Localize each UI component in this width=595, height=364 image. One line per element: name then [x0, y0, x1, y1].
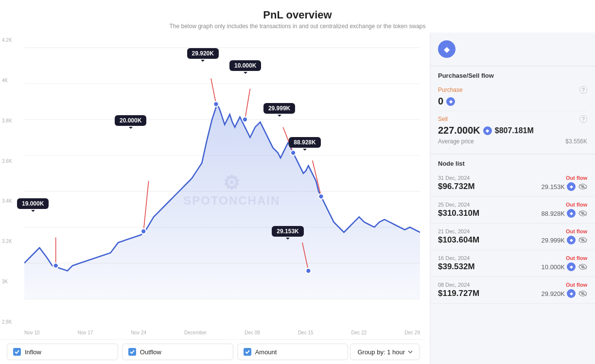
- node-item: 31 Dec, 2024 Out flow $96.732M 29.153K ◆: [430, 170, 595, 197]
- out-flow-badge: Out flow: [566, 282, 587, 288]
- node-amount-row: $103.604M 29.999K ◆: [438, 235, 587, 245]
- group-by-label: Group by: 1 hour: [357, 348, 405, 356]
- chart-wrapper: 4.2K 4K 3.8K 3.6K 3.4K 3.2K 3K 2.8K: [0, 33, 425, 339]
- y-axis: 4.2K 4K 3.8K 3.6K 3.4K 3.2K 3K 2.8K: [2, 37, 12, 325]
- node-amount-row: $119.727M 29.920K ◆: [438, 289, 587, 298]
- eye-icon[interactable]: [578, 236, 587, 244]
- svg-line-10: [211, 78, 216, 104]
- node-eth-amount: 29.920K ◆: [542, 289, 576, 298]
- y-label-7: 3K: [2, 279, 12, 284]
- svg-point-15: [53, 263, 58, 268]
- chart-svg: [24, 37, 420, 325]
- outflow-label: Outflow: [140, 348, 161, 356]
- eye-icon[interactable]: [578, 262, 587, 271]
- y-label-2: 4K: [2, 78, 12, 83]
- x-label-6: Dec 15: [298, 330, 314, 335]
- x-label-4: December: [184, 330, 207, 335]
- outflow-checkbox[interactable]: [128, 348, 136, 356]
- eye-icon[interactable]: [578, 182, 587, 191]
- node-item: 25 Dec, 2024 Out flow $310.310M 88.928K …: [430, 197, 595, 224]
- eye-icon[interactable]: [578, 289, 587, 298]
- out-flow-badge: Out flow: [566, 255, 587, 261]
- node-amount-row: $310.310M 88.928K ◆: [438, 208, 587, 218]
- y-label-1: 4.2K: [2, 37, 12, 43]
- x-axis: Nov 10 Nov 17 Nov 24 December Dec 08 Dec…: [24, 330, 420, 335]
- node-item: 21 Dec, 2024 Out flow $103.604M 29.999K …: [430, 224, 595, 250]
- legend-inflow[interactable]: Inflow: [7, 344, 118, 360]
- svg-point-19: [291, 150, 296, 156]
- y-label-4: 3.6K: [2, 158, 12, 164]
- main-content: 4.2K 4K 3.8K 3.6K 3.4K 3.2K 3K 2.8K: [0, 33, 595, 364]
- legend-outflow[interactable]: Outflow: [122, 344, 233, 360]
- node-item: 08 Dec, 2024 Out flow $119.727M 29.920K …: [430, 277, 595, 304]
- node-date: 31 Dec, 2024 Out flow: [438, 175, 587, 181]
- page-header: PnL overview The below graph only includ…: [0, 0, 595, 33]
- node-eth-badge: ◆: [567, 182, 576, 191]
- purchase-value: 0 ◆: [438, 96, 587, 107]
- svg-point-16: [141, 229, 146, 234]
- chevron-down-icon: [408, 350, 413, 353]
- eye-icon[interactable]: [578, 209, 587, 218]
- node-usd: $39.532M: [438, 262, 475, 272]
- node-list: 31 Dec, 2024 Out flow $96.732M 29.153K ◆: [430, 170, 595, 304]
- purchase-eth-badge: ◆: [446, 97, 455, 106]
- svg-line-11: [245, 89, 250, 120]
- purchase-label: Purchase ?: [438, 86, 587, 94]
- sell-usd: $807.181M: [495, 126, 534, 135]
- chart-area: 4.2K 4K 3.8K 3.6K 3.4K 3.2K 3K 2.8K: [0, 33, 430, 364]
- sell-value: 227.000K ◆ $807.181M: [438, 125, 587, 136]
- avg-price-row: Average price $3.556K: [438, 138, 587, 145]
- page-title: PnL overview: [0, 9, 595, 21]
- node-item: 16 Dec, 2024 Out flow $39.532M 10.000K ◆: [430, 250, 595, 277]
- sidebar-top: ◆: [430, 33, 595, 66]
- inflow-checkbox[interactable]: [13, 348, 21, 356]
- svg-point-17: [213, 102, 218, 107]
- node-eth-badge: ◆: [567, 289, 576, 298]
- x-label-7: Dec 22: [351, 330, 367, 335]
- inflow-label: Inflow: [25, 348, 41, 356]
- svg-line-9: [143, 181, 148, 231]
- sidebar: ◆ Purchase/Sell flow Purchase ? 0 ◆: [430, 33, 595, 364]
- sell-row: Sell ? 227.000K ◆ $807.181M Average pric…: [438, 111, 587, 149]
- x-label-1: Nov 10: [24, 330, 40, 335]
- sell-label: Sell ?: [438, 115, 587, 123]
- sell-eth-badge: ◆: [483, 126, 492, 135]
- node-list-title: Node list: [430, 154, 595, 170]
- y-label-6: 3.2K: [2, 239, 12, 244]
- node-eth-amount: 10.000K ◆: [542, 262, 576, 271]
- node-date: 21 Dec, 2024 Out flow: [438, 228, 587, 234]
- svg-point-20: [318, 194, 323, 199]
- amount-checkbox[interactable]: [244, 348, 251, 356]
- sell-help-icon[interactable]: ?: [579, 115, 587, 123]
- group-by-button[interactable]: Group by: 1 hour: [350, 344, 420, 360]
- y-label-5: 3.4K: [2, 198, 12, 204]
- node-usd: $103.604M: [438, 235, 479, 245]
- node-list-section: Node list 31 Dec, 2024 Out flow $96.732M…: [430, 154, 595, 364]
- node-date: 08 Dec, 2024 Out flow: [438, 282, 587, 288]
- legend-amount[interactable]: Amount: [237, 344, 349, 360]
- x-label-2: Nov 17: [78, 330, 93, 335]
- svg-point-21: [306, 268, 311, 274]
- node-usd: $96.732M: [438, 182, 475, 191]
- page-subtitle: The below graph only includes the transa…: [0, 23, 595, 30]
- node-date: 16 Dec, 2024 Out flow: [438, 255, 587, 261]
- purchase-sell-section: Purchase ? 0 ◆ Sell ? 227.000K: [430, 82, 595, 154]
- y-label-3: 3.8K: [2, 118, 12, 123]
- node-eth-amount: 29.999K ◆: [542, 236, 576, 244]
- page: PnL overview The below graph only includ…: [0, 0, 595, 364]
- node-date: 25 Dec, 2024 Out flow: [438, 202, 587, 208]
- node-usd: $310.310M: [438, 208, 479, 218]
- node-eth-badge: ◆: [567, 236, 576, 244]
- amount-label: Amount: [255, 348, 277, 356]
- eth-icon: ◆: [438, 40, 455, 58]
- node-usd: $119.727M: [438, 289, 479, 298]
- avg-value: $3.556K: [565, 138, 587, 145]
- node-eth-amount: 29.153K ◆: [542, 182, 576, 191]
- node-eth-badge: ◆: [567, 262, 576, 271]
- out-flow-badge: Out flow: [566, 228, 587, 234]
- legend-bar: Inflow Outflow Amount Group by: 1 hour: [0, 339, 425, 364]
- x-label-8: Dec 29: [404, 330, 420, 335]
- purchase-help-icon[interactable]: ?: [579, 86, 587, 94]
- node-amount-row: $39.532M 10.000K ◆: [438, 262, 587, 272]
- avg-label: Average price: [438, 138, 474, 145]
